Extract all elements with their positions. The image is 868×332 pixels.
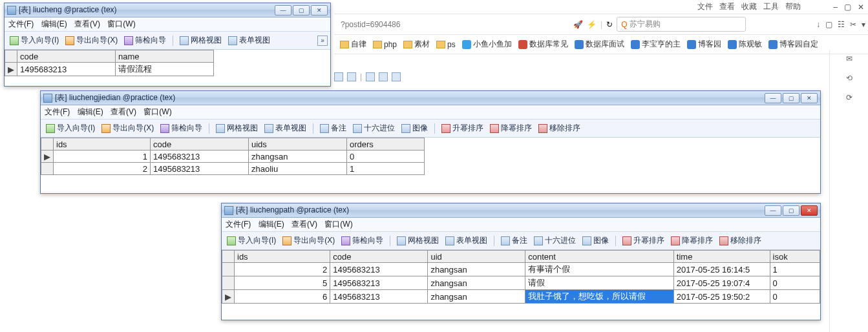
close-button[interactable]: ✕ xyxy=(311,5,328,16)
bookmark-item[interactable]: 小鱼小鱼加 xyxy=(460,37,514,51)
cell[interactable]: 0 xyxy=(770,290,820,304)
close-button[interactable]: ✕ xyxy=(801,205,818,216)
menu-item[interactable]: 查看 xyxy=(719,1,735,12)
column-header[interactable]: code xyxy=(330,251,428,263)
bookmark-item[interactable]: 博客园自定 xyxy=(767,37,820,51)
column-header[interactable]: content xyxy=(525,251,674,263)
column-header[interactable]: isok xyxy=(770,251,820,263)
sort-desc-button[interactable]: 降幂排序 xyxy=(668,234,715,247)
formview-button[interactable]: 表单视图 xyxy=(226,34,273,47)
win-maximize[interactable]: ▢ xyxy=(844,3,851,12)
cell[interactable]: 2017-05-25 19:07:4 xyxy=(673,276,770,290)
bookmark-item[interactable]: 自律 xyxy=(338,37,368,51)
cell[interactable]: zhangsan xyxy=(249,150,347,163)
menu-window[interactable]: 窗口(W) xyxy=(324,220,352,229)
cell[interactable]: zhaoliu xyxy=(249,163,347,175)
memo-button[interactable]: 备注 xyxy=(317,121,349,135)
cell[interactable]: 1495683213 xyxy=(330,263,428,276)
refresh-icon[interactable]: ↻ xyxy=(606,20,613,29)
search-input[interactable]: Q 苏宁易购 xyxy=(617,17,746,32)
menu-view[interactable]: 查看(V) xyxy=(74,19,100,28)
column-header[interactable]: code xyxy=(17,50,116,63)
menu-view[interactable]: 查看(V) xyxy=(291,220,317,229)
sort-clear-button[interactable]: 移除排序 xyxy=(717,234,764,247)
import-button[interactable]: 导入向导(I) xyxy=(224,234,279,247)
win-minimize[interactable]: – xyxy=(833,3,838,12)
menu-view[interactable]: 查看(V) xyxy=(111,107,136,116)
cell[interactable]: zhangsan xyxy=(428,290,525,304)
menu-edit[interactable]: 编辑(E) xyxy=(259,220,284,229)
gridview-button[interactable]: 网格视图 xyxy=(213,121,260,135)
menu-file[interactable]: 文件(F) xyxy=(8,19,34,28)
rocket-icon[interactable]: 🚀 xyxy=(573,20,583,29)
titlebar[interactable]: [表] liuchengpath @practice (tex) — ▢ ✕ xyxy=(222,203,820,218)
lightning-icon[interactable]: ⚡ xyxy=(587,20,597,29)
cell[interactable]: 请假 xyxy=(525,276,674,290)
import-button[interactable]: 导入向导(I) xyxy=(7,34,61,47)
grid-icon[interactable]: ☷ xyxy=(838,20,845,29)
import-button[interactable]: 导入向导(I) xyxy=(43,121,98,135)
cell[interactable]: 1495683213 xyxy=(151,163,249,175)
row-marker[interactable] xyxy=(41,163,54,175)
tool-icon[interactable] xyxy=(392,72,401,81)
menu-file[interactable]: 文件(F) xyxy=(226,220,251,229)
maximize-button[interactable]: ▢ xyxy=(783,205,799,216)
menu-edit[interactable]: 编辑(E) xyxy=(78,107,103,116)
cell[interactable]: zhangsan xyxy=(428,276,525,290)
maximize-button[interactable]: ▢ xyxy=(293,5,310,16)
box-icon[interactable]: ▢ xyxy=(825,20,832,29)
menu-item[interactable]: 收藏 xyxy=(741,1,757,12)
hex-button[interactable]: 十六进位 xyxy=(531,234,578,247)
cell[interactable]: 2017-05-25 19:50:2 xyxy=(673,290,770,304)
download-icon[interactable]: ↓ xyxy=(816,20,820,29)
cell[interactable]: 1495683213 xyxy=(17,63,116,76)
data-grid[interactable]: codename▶1495683213请假流程 xyxy=(5,50,330,86)
menu-item[interactable]: 帮助 xyxy=(785,1,801,12)
row-marker[interactable] xyxy=(222,276,235,290)
cell[interactable]: 6 xyxy=(235,290,330,304)
image-button[interactable]: 图像 xyxy=(399,121,430,135)
column-header[interactable]: ids xyxy=(54,138,151,150)
data-grid[interactable]: idscodeuidcontenttimeisok21495683213zhan… xyxy=(222,250,820,320)
memo-button[interactable]: 备注 xyxy=(498,234,530,247)
bookmark-item[interactable]: ps xyxy=(434,39,458,50)
tool-icon[interactable] xyxy=(366,72,375,81)
cell[interactable]: zhangsan xyxy=(428,263,525,276)
cell[interactable]: 1495683213 xyxy=(151,150,249,163)
mail-icon[interactable]: ✉ xyxy=(846,54,852,63)
gridview-button[interactable]: 网格视图 xyxy=(177,34,224,47)
minimize-button[interactable]: — xyxy=(275,5,291,16)
column-header[interactable]: uids xyxy=(249,138,347,150)
scissors-icon[interactable]: ✂ xyxy=(850,20,856,29)
cell[interactable]: 我肚子饿了，想吃饭，所以请假 xyxy=(525,290,674,304)
gridview-button[interactable]: 网格视图 xyxy=(394,234,441,247)
bookmark-item[interactable]: 陈观敏 xyxy=(726,37,764,51)
filter-button[interactable]: 筛检向导 xyxy=(339,234,386,247)
filter-button[interactable]: 筛检向导 xyxy=(122,34,169,47)
cell[interactable]: 1 xyxy=(54,150,151,163)
redo-icon[interactable]: ⟳ xyxy=(846,93,852,102)
overflow-button[interactable]: » xyxy=(317,36,328,46)
row-marker[interactable]: ▶ xyxy=(5,63,17,76)
cell[interactable]: 0 xyxy=(770,276,820,290)
bookmark-item[interactable]: 李宝亨的主 xyxy=(629,37,683,51)
row-marker[interactable] xyxy=(222,263,235,276)
column-header[interactable]: name xyxy=(116,50,214,63)
formview-button[interactable]: 表单视图 xyxy=(262,121,309,135)
undo-icon[interactable]: ⟲ xyxy=(846,74,852,83)
menu-window[interactable]: 窗口(W) xyxy=(107,19,135,28)
menu-file[interactable]: 文件(F) xyxy=(45,107,70,116)
filter-button[interactable]: 筛检向导 xyxy=(158,121,205,135)
cell[interactable]: 5 xyxy=(235,276,330,290)
cell[interactable]: 1495683213 xyxy=(330,276,428,290)
sort-clear-button[interactable]: 移除排序 xyxy=(536,121,583,135)
export-button[interactable]: 导出向导(X) xyxy=(280,234,337,247)
hex-button[interactable]: 十六进位 xyxy=(350,121,397,135)
bookmark-item[interactable]: 数据库常见 xyxy=(516,37,570,51)
tool-icon[interactable] xyxy=(334,72,343,81)
column-header[interactable]: ids xyxy=(235,251,330,263)
export-button[interactable]: 导出向导(X) xyxy=(63,34,120,47)
tool-icon[interactable] xyxy=(379,72,388,81)
titlebar[interactable]: [表] liuchengjiedian @practice (tex) — ▢ … xyxy=(41,91,820,105)
address-input[interactable]: ?postid=6904486 xyxy=(337,19,569,30)
